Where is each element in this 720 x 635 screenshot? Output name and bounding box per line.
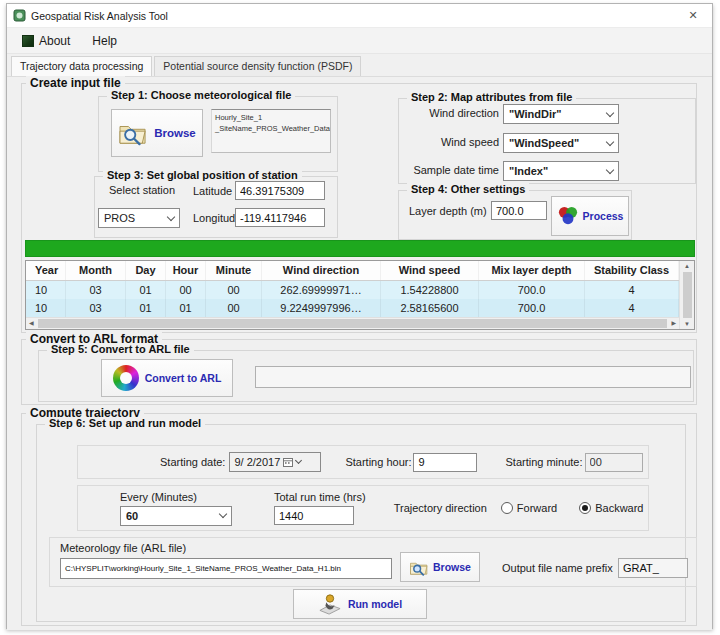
- output-prefix-label: Output file name prefix: [502, 562, 613, 574]
- horizontal-scrollbar[interactable]: ◀ ▶: [26, 317, 679, 329]
- step1-browse-button[interactable]: Browse: [111, 109, 203, 157]
- table-row[interactable]: 10 03 01 01 00 9.2249997996… 2.58165600 …: [26, 299, 679, 317]
- cell: 4: [585, 299, 679, 317]
- close-button[interactable]: ✕: [674, 4, 712, 28]
- chevron-down-icon: [219, 510, 227, 518]
- col-wind-speed: Wind speed: [381, 261, 479, 280]
- chosen-file-label: Hourly_Site_1 _SiteName_PROS_Weather_Dat…: [211, 109, 331, 153]
- station-select[interactable]: PROS: [98, 208, 180, 228]
- cell: 01: [166, 299, 206, 317]
- cell: 01: [126, 281, 166, 299]
- cell: 1.54228800: [381, 281, 479, 299]
- forward-radio[interactable]: [501, 502, 513, 514]
- cell: 2.58165600: [381, 299, 479, 317]
- menu-help[interactable]: Help: [83, 31, 126, 51]
- longitude-input[interactable]: [235, 208, 325, 227]
- latitude-input[interactable]: [235, 181, 325, 200]
- layer-depth-input[interactable]: [491, 201, 547, 220]
- tab-trajectory-data-processing[interactable]: Trajectory data processing: [11, 56, 152, 77]
- run-model-button[interactable]: Run model: [293, 589, 427, 619]
- menu-bar: About Help: [7, 28, 712, 54]
- start-datetime-panel: Starting date: 9/ 2/2017 Starting hour:: [77, 445, 649, 479]
- vertical-scrollbar[interactable]: ▲ ▼: [679, 261, 694, 329]
- process-label: Process: [583, 210, 624, 222]
- forward-label: Forward: [517, 502, 557, 514]
- col-minute: Minute: [206, 261, 262, 280]
- chosen-file-line2: _SiteName_PROS_Weather_Data.csv: [215, 123, 327, 134]
- total-run-time-input[interactable]: [274, 506, 354, 525]
- latitude-label: Latitude: [193, 185, 232, 197]
- compute-trajectory-group: Compute trajectory Step 6: Set up and ru…: [21, 413, 697, 626]
- process-button[interactable]: Process: [551, 196, 629, 236]
- about-icon: [22, 35, 34, 47]
- tab-psdf[interactable]: Potential source density function (PSDF): [154, 56, 361, 76]
- step5-group: Step 5: Convert to ARL file Convert to A…: [38, 350, 694, 402]
- convert-to-arl-button[interactable]: Convert to ARL: [101, 359, 233, 397]
- folder-search-icon: [118, 120, 148, 146]
- cell: 4: [585, 281, 679, 299]
- sample-date-time-select[interactable]: "Index": [503, 161, 619, 181]
- step4-group: Step 4: Other settings Layer depth (m) P…: [398, 190, 632, 240]
- every-minutes-field: Every (Minutes) 60: [120, 491, 232, 526]
- layer-depth-label: Layer depth (m): [409, 205, 487, 217]
- scroll-left-icon[interactable]: ◀: [29, 320, 34, 326]
- wind-speed-value: "WindSpeed": [509, 137, 607, 149]
- cell: 10: [26, 281, 66, 299]
- cell: 00: [206, 299, 262, 317]
- step3-title: Step 3: Set global position of station: [103, 169, 302, 181]
- chevron-down-icon: [295, 457, 302, 464]
- output-prefix-input[interactable]: [618, 558, 688, 578]
- menu-help-label: Help: [92, 34, 117, 48]
- run-model-label: Run model: [348, 598, 402, 610]
- met-browse-label: Browse: [433, 561, 471, 573]
- cell: 00: [206, 281, 262, 299]
- run-settings-panel: Every (Minutes) 60 Total run time (hrs) …: [77, 485, 649, 531]
- chevron-down-icon: [606, 165, 614, 173]
- trajectory-direction-label: Trajectory direction: [394, 502, 487, 514]
- wind-speed-select[interactable]: "WindSpeed": [503, 133, 619, 153]
- station-value: PROS: [104, 212, 168, 224]
- horizontal-scroll-thumb[interactable]: [38, 319, 668, 328]
- step1-title: Step 1: Choose meteorological file: [107, 89, 295, 101]
- starting-minute-input[interactable]: [585, 453, 643, 472]
- met-file-input[interactable]: [60, 558, 392, 579]
- cell: 03: [66, 281, 126, 299]
- cell: 9.2249997996…: [262, 299, 381, 317]
- convert-progress-bar: [255, 366, 691, 388]
- convert-to-arl-label: Convert to ARL: [145, 372, 222, 384]
- chevron-down-icon: [167, 212, 175, 220]
- backward-radio[interactable]: [579, 502, 591, 514]
- total-run-time-field: Total run time (hrs): [274, 491, 366, 525]
- wind-direction-label: Wind direction: [421, 107, 499, 119]
- wind-direction-select[interactable]: "WindDir": [503, 104, 619, 124]
- table-row[interactable]: 10 03 01 00 00 262.69999971… 1.54228800 …: [26, 281, 679, 299]
- vertical-scroll-thumb[interactable]: [683, 272, 692, 318]
- starting-date-label: Starting date:: [160, 456, 225, 468]
- cell: 00: [166, 281, 206, 299]
- met-browse-button[interactable]: Browse: [400, 552, 480, 582]
- col-wind-direction: Wind direction: [262, 261, 381, 280]
- step4-title: Step 4: Other settings: [407, 183, 529, 195]
- scroll-down-icon[interactable]: ▼: [684, 321, 690, 327]
- menu-about[interactable]: About: [13, 31, 79, 51]
- rainbow-ring-icon: [113, 365, 139, 391]
- app-icon: [13, 9, 26, 22]
- wind-speed-label: Wind speed: [421, 136, 499, 148]
- cell: 03: [66, 299, 126, 317]
- starting-date-picker[interactable]: 9/ 2/2017: [229, 452, 321, 472]
- create-input-file-title: Create input file: [26, 76, 125, 90]
- col-mix-layer-depth: Mix layer depth: [479, 261, 585, 280]
- starting-hour-input[interactable]: [413, 453, 477, 472]
- step2-group: Step 2: Map attributes from file Wind di…: [398, 98, 696, 184]
- total-run-time-label: Total run time (hrs): [274, 491, 366, 503]
- scroll-right-icon[interactable]: ▶: [671, 320, 676, 326]
- col-stability-class: Stability Class: [585, 261, 679, 280]
- step6-title: Step 6: Set up and run model: [45, 417, 205, 429]
- sample-date-time-label: Sample date time: [407, 164, 499, 176]
- every-minutes-select[interactable]: 60: [120, 506, 232, 526]
- step5-title: Step 5: Convert to ARL file: [47, 343, 194, 355]
- starting-date-value: 9/ 2/2017: [234, 456, 280, 468]
- calendar-icon: [283, 457, 293, 467]
- scroll-up-icon[interactable]: ▲: [684, 263, 690, 269]
- tab-strip: Trajectory data processing Potential sou…: [7, 54, 712, 76]
